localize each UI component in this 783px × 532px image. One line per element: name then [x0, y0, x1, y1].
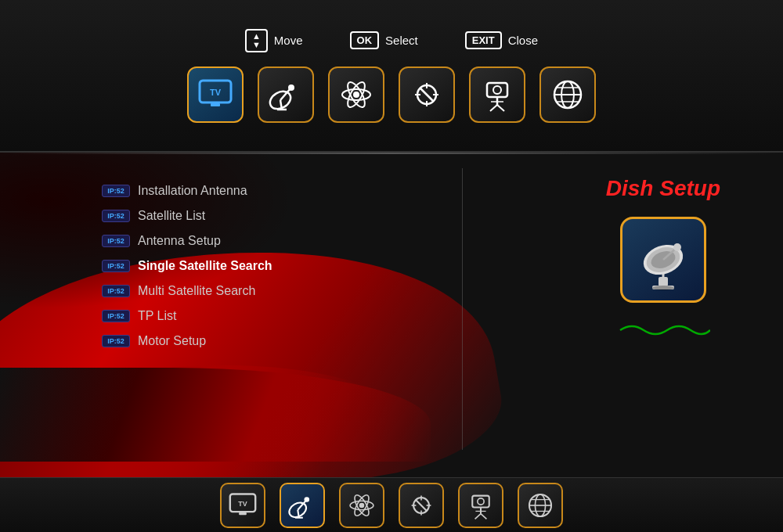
bottom-bar: TV — [0, 477, 783, 532]
svg-line-13 — [420, 88, 434, 102]
svg-point-19 — [493, 86, 501, 94]
svg-text:TV: TV — [238, 499, 247, 507]
menu-item-multi-satellite-search[interactable]: IP:52 Multi Satellite Search — [102, 284, 272, 298]
svg-point-46 — [359, 502, 365, 508]
tools-icon — [409, 77, 445, 113]
svg-line-60 — [481, 513, 486, 519]
menu-badge-5: IP:52 — [102, 285, 130, 297]
menu-badge-4: IP:52 — [102, 260, 130, 272]
menu-badge-2: IP:52 — [102, 210, 130, 222]
menu-label-1: Installation Antenna — [138, 184, 247, 198]
wave-svg — [616, 318, 710, 342]
menu-item-satellite-list[interactable]: IP:52 Satellite List — [102, 209, 272, 223]
svg-point-5 — [288, 84, 294, 91]
satellite-dish-icon — [268, 77, 304, 113]
top-icon-camera[interactable] — [469, 66, 525, 123]
bottom-camera-icon — [466, 491, 496, 520]
menu-badge-6: IP:52 — [102, 310, 130, 322]
menu-section: IP:52 Installation Antenna IP:52 Satelli… — [102, 184, 272, 359]
vertical-separator — [462, 168, 463, 450]
svg-point-37 — [652, 286, 674, 290]
menu-item-antenna-setup[interactable]: IP:52 Antenna Setup — [102, 234, 272, 248]
svg-rect-39 — [239, 512, 247, 514]
bottom-satellite-icon — [287, 491, 317, 520]
svg-point-57 — [478, 498, 484, 504]
svg-point-8 — [353, 92, 359, 98]
controls-row: ▲▼ Move OK Select EXIT Close — [245, 29, 538, 52]
menu-label-2: Satellite List — [138, 209, 205, 223]
menu-item-single-satellite-search[interactable]: IP:52 Single Satellite Search — [102, 259, 272, 273]
bottom-icon-tools[interactable] — [399, 483, 444, 528]
select-control: OK Select — [350, 31, 418, 49]
move-key: ▲▼ — [245, 29, 268, 52]
menu-label-7: Motor Setup — [138, 334, 206, 348]
menu-item-installation-antenna[interactable]: IP:52 Installation Antenna — [102, 184, 272, 198]
menu-label-4: Single Satellite Search — [138, 259, 272, 273]
top-bar: ▲▼ Move OK Select EXIT Close TV — [0, 0, 783, 153]
bottom-icon-atom[interactable] — [339, 483, 384, 528]
menu-item-tp-list[interactable]: IP:52 TP List — [102, 309, 272, 323]
close-control: EXIT Close — [465, 31, 538, 49]
top-icon-tools[interactable] — [399, 66, 455, 123]
bottom-tv-icon: TV — [228, 492, 258, 519]
ok-key: OK — [350, 31, 380, 49]
menu-badge-3: IP:52 — [102, 235, 130, 247]
svg-rect-18 — [487, 83, 507, 97]
select-label: Select — [385, 34, 418, 47]
menu-item-motor-setup[interactable]: IP:52 Motor Setup — [102, 334, 272, 348]
move-control: ▲▼ Move — [245, 29, 303, 52]
svg-line-59 — [475, 513, 481, 519]
atom-icon — [338, 77, 374, 113]
bottom-icon-satellite[interactable] — [280, 483, 325, 528]
top-icon-tv[interactable]: TV — [187, 66, 244, 123]
close-label: Close — [508, 34, 538, 47]
swirl-extra — [0, 368, 431, 462]
dish-icon-large — [620, 217, 706, 303]
svg-point-36 — [673, 243, 681, 251]
bottom-icon-camera[interactable] — [458, 483, 503, 528]
globe-icon — [550, 77, 586, 113]
bottom-atom-icon — [347, 491, 377, 520]
top-separator — [0, 153, 783, 154]
bottom-icon-tv[interactable]: TV — [220, 483, 265, 528]
large-satellite-icon — [632, 228, 695, 291]
bottom-tools-icon — [406, 491, 436, 520]
camera-tripod-icon — [479, 77, 515, 113]
menu-badge-1: IP:52 — [102, 185, 130, 197]
svg-line-22 — [497, 105, 504, 111]
move-label: Move — [274, 34, 303, 47]
tv-icon: TV — [197, 78, 233, 111]
menu-label-5: Multi Satellite Search — [138, 284, 255, 298]
top-icons-row: TV — [187, 66, 596, 123]
svg-text:TV: TV — [210, 88, 222, 97]
menu-label-6: TP List — [138, 309, 177, 323]
svg-line-51 — [416, 499, 428, 511]
svg-line-21 — [490, 105, 497, 111]
svg-rect-29 — [659, 277, 668, 286]
exit-key: EXIT — [465, 31, 502, 49]
menu-label-3: Antenna Setup — [138, 234, 221, 248]
svg-rect-1 — [211, 103, 220, 106]
dish-setup-title: Dish Setup — [606, 176, 720, 201]
top-icon-atom[interactable] — [328, 66, 384, 123]
top-icon-globe[interactable] — [539, 66, 596, 123]
right-panel: Dish Setup — [606, 176, 720, 345]
bottom-icon-globe[interactable] — [518, 483, 563, 528]
svg-point-43 — [304, 497, 309, 502]
bottom-globe-icon — [525, 491, 555, 520]
top-icon-satellite[interactable] — [258, 66, 314, 123]
main-area: IP:52 Installation Antenna IP:52 Satelli… — [0, 153, 783, 477]
menu-badge-7: IP:52 — [102, 335, 130, 347]
wave-decoration — [616, 318, 710, 345]
svg-rect-56 — [472, 495, 489, 507]
